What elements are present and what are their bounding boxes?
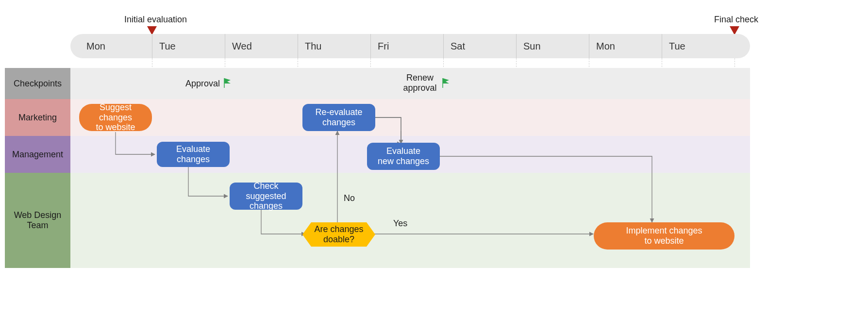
day-separator — [662, 34, 662, 58]
checkpoint-renew-label: Renew approval — [401, 73, 439, 93]
checkpoint-approval-label: Approval — [185, 79, 220, 89]
lane-title-management: Management — [5, 136, 70, 173]
day-separator — [589, 34, 589, 58]
node-reevaluate: Re-evaluate changes — [302, 104, 375, 131]
milestone-final-label: Final check — [714, 15, 758, 25]
node-evaluate-changes: Evaluate changes — [157, 142, 230, 167]
flag-icon — [442, 78, 451, 88]
day-separator — [443, 34, 444, 58]
day-separator — [152, 34, 152, 58]
node-implement: Implement changes to website — [594, 222, 734, 250]
day-label: Tue — [159, 34, 176, 58]
day-separator — [225, 34, 225, 58]
node-check-suggested: Check suggested changes — [230, 183, 302, 210]
day-label: Sun — [523, 34, 541, 58]
day-separator — [370, 34, 371, 58]
day-label: Tue — [669, 34, 685, 58]
lane-title-checkpoints: Checkpoints — [5, 68, 70, 99]
edge-label-yes: Yes — [393, 218, 407, 229]
day-label: Wed — [232, 34, 252, 58]
node-decision-doable: Are changes doable? — [302, 222, 375, 247]
edge-label-no: No — [344, 193, 355, 203]
day-label: Sat — [451, 34, 465, 58]
swimlane-diagram: Initial evaluation Final check Mon Tue W… — [0, 0, 868, 317]
lane-title-marketing: Marketing — [5, 99, 70, 136]
day-label: Mon — [596, 34, 615, 58]
day-label: Mon — [86, 34, 105, 58]
day-separator — [516, 34, 517, 58]
lane-band-webdesign — [70, 173, 750, 268]
lane-title-webdesign: Web Design Team — [5, 173, 70, 268]
day-separator — [298, 34, 298, 58]
flag-icon — [223, 78, 233, 88]
day-label: Thu — [305, 34, 321, 58]
day-label: Fri — [378, 34, 389, 58]
node-suggest-changes: Suggest changes to website — [79, 104, 152, 131]
lane-band-marketing — [70, 99, 750, 136]
milestone-initial-label: Initial evaluation — [124, 15, 187, 25]
node-evaluate-new: Evaluate new changes — [367, 143, 440, 170]
